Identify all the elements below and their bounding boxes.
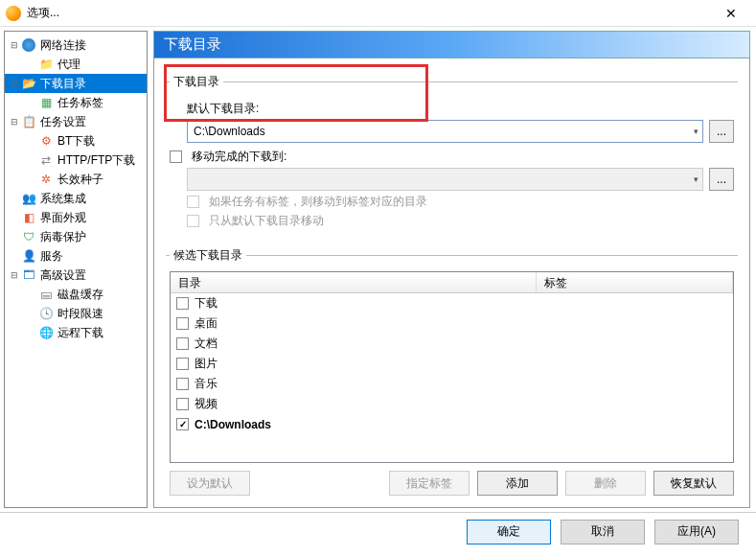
chevron-down-icon: ▾ bbox=[694, 127, 699, 136]
sidebar-tree: ⊟网络连接📁代理⊟📂下载目录▦任务标签⊟📋任务设置⚙BT下载⇄HTTP/FTP下… bbox=[4, 31, 148, 508]
candidate-row-label: 桌面 bbox=[195, 315, 218, 332]
window-title: 选项... bbox=[27, 5, 712, 21]
candidate-row-checkbox[interactable] bbox=[176, 418, 189, 430]
candidate-row-3[interactable]: 图片 bbox=[171, 354, 733, 374]
candidate-row-checkbox[interactable] bbox=[176, 358, 189, 370]
sidebar-item-10[interactable]: 🛡病毒保护 bbox=[5, 227, 147, 246]
dialog-body: ⊟网络连接📁代理⊟📂下载目录▦任务标签⊟📋任务设置⚙BT下载⇄HTTP/FTP下… bbox=[0, 27, 756, 512]
row-move-if-tag: 如果任务有标签，则移动到标签对应的目录 bbox=[170, 194, 734, 210]
sidebar-item-15[interactable]: 🌐远程下载 bbox=[5, 323, 147, 342]
sidebar-item-6[interactable]: ⇄HTTP/FTP下载 bbox=[5, 151, 147, 170]
close-button[interactable]: ✕ bbox=[712, 0, 750, 27]
col-header-tag[interactable]: 标签 bbox=[537, 272, 733, 292]
default-dir-combo[interactable]: C:\Downloads ▾ bbox=[187, 120, 703, 143]
assign-tag-button: 指定标签 bbox=[389, 471, 470, 496]
set-default-button: 设为默认 bbox=[170, 471, 250, 496]
expander-icon: ⊟ bbox=[9, 79, 19, 89]
restore-default-button[interactable]: 恢复默认 bbox=[653, 471, 734, 496]
default-dir-label: 默认下载目录: bbox=[187, 101, 259, 117]
sidebar-item-label: 磁盘缓存 bbox=[57, 287, 103, 303]
row-move-complete: 移动完成的下载到: bbox=[170, 149, 734, 165]
expander-icon bbox=[9, 213, 19, 223]
titlebar: 选项... ✕ bbox=[0, 0, 756, 27]
sidebar-item-label: 时段限速 bbox=[57, 306, 103, 322]
candidate-actions: 设为默认 指定标签 添加 删除 恢复默认 bbox=[170, 471, 734, 496]
candidate-row-4[interactable]: 音乐 bbox=[171, 374, 733, 394]
candidate-row-label: 图片 bbox=[195, 356, 218, 372]
sidebar-item-2[interactable]: ⊟📂下载目录 bbox=[5, 74, 147, 93]
apply-button[interactable]: 应用(A) bbox=[654, 520, 739, 544]
candidate-row-checkbox[interactable] bbox=[176, 297, 189, 310]
expander-icon bbox=[9, 251, 19, 262]
dialog-button-bar: 确定 取消 应用(A) bbox=[0, 512, 756, 550]
candidate-row-label: 视频 bbox=[195, 396, 218, 412]
browse-default-dir-button[interactable]: ... bbox=[709, 120, 734, 143]
move-from-default-label: 只从默认下载目录移动 bbox=[209, 213, 324, 229]
candidate-row-checkbox[interactable] bbox=[176, 337, 189, 350]
sidebar-item-label: 网络连接 bbox=[40, 37, 86, 54]
sidebar-item-8[interactable]: 👥系统集成 bbox=[5, 189, 147, 208]
add-button[interactable]: 添加 bbox=[477, 471, 558, 496]
sidebar-item-1[interactable]: 📁代理 bbox=[5, 55, 147, 74]
sidebar-item-label: 任务标签 bbox=[57, 95, 103, 111]
main-panel: 下载目录 下载目录 默认下载目录: C:\Downloads ▾ ... bbox=[153, 31, 750, 508]
group-download-dir-legend: 下载目录 bbox=[170, 74, 223, 90]
group-candidate-legend: 候选下载目录 bbox=[170, 247, 246, 264]
default-dir-value: C:\Downloads bbox=[194, 125, 265, 138]
group-candidate-dirs: 候选下载目录 目录 标签 下载桌面文档图片音乐视频C:\Downloads 设为… bbox=[166, 247, 738, 499]
sidebar-item-label: 高级设置 bbox=[40, 267, 86, 284]
row-move-from-default: 只从默认下载目录移动 bbox=[170, 213, 734, 229]
sidebar-item-9[interactable]: ◧界面外观 bbox=[5, 208, 147, 227]
expander-icon: ⊟ bbox=[9, 117, 19, 127]
move-complete-checkbox[interactable] bbox=[170, 151, 182, 163]
row-move-dest: ▾ ... bbox=[170, 168, 734, 191]
candidate-row-5[interactable]: 视频 bbox=[171, 394, 733, 414]
sidebar-item-7[interactable]: ✲长效种子 bbox=[5, 170, 147, 189]
candidate-row-label: 音乐 bbox=[195, 376, 218, 392]
candidate-row-6[interactable]: C:\Downloads bbox=[171, 414, 733, 434]
app-icon bbox=[6, 6, 21, 21]
move-if-tag-checkbox bbox=[187, 196, 199, 208]
sidebar-item-4[interactable]: ⊟📋任务设置 bbox=[5, 112, 147, 131]
delete-button: 删除 bbox=[565, 471, 646, 496]
sidebar-item-3[interactable]: ▦任务标签 bbox=[5, 93, 147, 112]
sidebar-item-0[interactable]: ⊟网络连接 bbox=[5, 35, 147, 55]
sidebar-item-12[interactable]: ⊟🗔高级设置 bbox=[5, 266, 147, 285]
sidebar-item-label: 远程下载 bbox=[57, 325, 103, 341]
candidate-row-checkbox[interactable] bbox=[176, 378, 189, 390]
candidate-row-checkbox[interactable] bbox=[176, 317, 189, 330]
sidebar-item-label: 任务设置 bbox=[40, 114, 86, 130]
candidate-table: 目录 标签 下载桌面文档图片音乐视频C:\Downloads bbox=[170, 271, 734, 463]
sidebar-item-label: 系统集成 bbox=[40, 191, 86, 207]
candidate-row-label: 下载 bbox=[195, 295, 218, 312]
move-dest-combo: ▾ bbox=[187, 168, 703, 191]
sidebar-item-label: 服务 bbox=[40, 248, 63, 265]
panel-header: 下载目录 bbox=[153, 31, 750, 58]
sidebar-item-label: 长效种子 bbox=[57, 172, 103, 188]
move-if-tag-label: 如果任务有标签，则移动到标签对应的目录 bbox=[209, 194, 427, 210]
sidebar-item-14[interactable]: 🕓时段限速 bbox=[5, 304, 147, 323]
sidebar-item-13[interactable]: 🖴磁盘缓存 bbox=[5, 285, 147, 304]
candidate-row-1[interactable]: 桌面 bbox=[171, 313, 733, 334]
sidebar-item-11[interactable]: 👤服务 bbox=[5, 246, 147, 266]
sidebar-item-label: 代理 bbox=[57, 57, 80, 73]
expander-icon bbox=[9, 194, 19, 204]
cancel-button[interactable]: 取消 bbox=[561, 520, 645, 544]
move-complete-label: 移动完成的下载到: bbox=[192, 149, 286, 165]
candidate-table-header: 目录 标签 bbox=[171, 272, 733, 293]
panel-content: 下载目录 默认下载目录: C:\Downloads ▾ ... 移动完成的下载到… bbox=[153, 58, 750, 508]
candidate-row-0[interactable]: 下载 bbox=[171, 293, 733, 313]
browse-move-dest-button[interactable]: ... bbox=[709, 168, 734, 191]
ok-button[interactable]: 确定 bbox=[467, 520, 551, 544]
col-header-dir[interactable]: 目录 bbox=[171, 272, 537, 292]
move-from-default-checkbox bbox=[187, 215, 199, 227]
candidate-row-checkbox[interactable] bbox=[176, 398, 189, 410]
row-default-dir-label: 默认下载目录: bbox=[170, 101, 734, 117]
candidate-row-label: C:\Downloads bbox=[195, 418, 271, 431]
row-default-dir-input: C:\Downloads ▾ ... bbox=[170, 120, 734, 143]
sidebar-item-5[interactable]: ⚙BT下载 bbox=[5, 131, 147, 151]
sidebar-item-label: HTTP/FTP下载 bbox=[57, 152, 135, 169]
candidate-row-2[interactable]: 文档 bbox=[171, 334, 733, 354]
expander-icon: ⊟ bbox=[9, 40, 19, 51]
candidate-table-body: 下载桌面文档图片音乐视频C:\Downloads bbox=[171, 293, 733, 462]
